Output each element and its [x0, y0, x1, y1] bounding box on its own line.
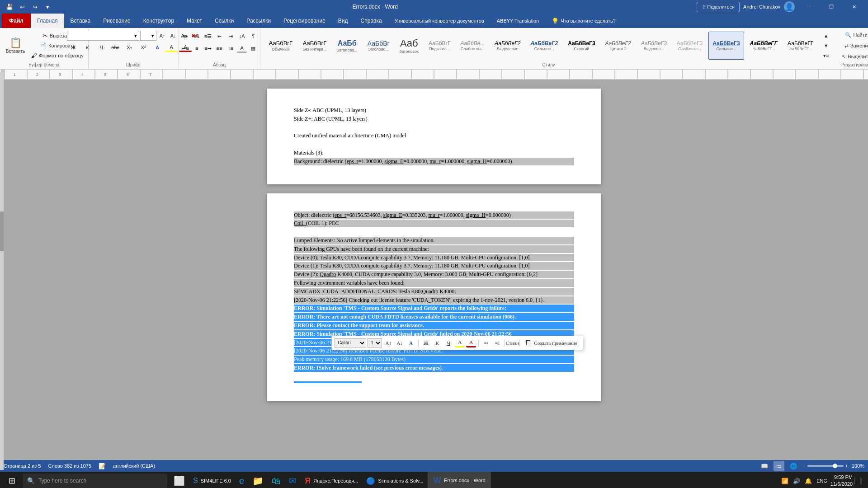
text-effects-button[interactable]: A	[151, 43, 164, 52]
ctx-create-note-button[interactable]: 🗒 Создать примечание	[522, 338, 580, 348]
tab-converter[interactable]: Универсальный конвертер документов	[388, 14, 491, 28]
word-button[interactable]: W Errors.docx - Word	[428, 472, 491, 488]
ctx-font-size[interactable]: 11	[368, 338, 382, 347]
bullet-list-button[interactable]: ≡•	[180, 32, 190, 41]
borders-button[interactable]: ▦	[248, 44, 258, 53]
highlight-color-button[interactable]: A	[165, 43, 178, 52]
bold-button[interactable]: Ж	[67, 43, 80, 52]
style-no-spacing[interactable]: АаБбВгГ Без интерв...	[298, 32, 331, 60]
scroll-bar-left[interactable]	[0, 80, 4, 460]
restore-button[interactable]: ❐	[821, 0, 842, 14]
taskview-button[interactable]: ⬜	[170, 472, 189, 488]
tab-help[interactable]: Справка	[354, 14, 388, 28]
store-button[interactable]: 🛍	[268, 472, 284, 488]
font-size-selector[interactable]: ▾	[140, 31, 156, 41]
style-intense-emph[interactable]: АаБбВеГ2 Сильное...	[526, 32, 562, 60]
paste-button[interactable]: 📋 Вставить	[3, 31, 28, 61]
tab-references[interactable]: Ссылки	[208, 14, 240, 28]
ctx-highlight-button[interactable]: A	[455, 338, 465, 347]
notification-icon[interactable]: 🔔	[803, 478, 813, 484]
align-right-button[interactable]: ≡➡	[203, 44, 213, 53]
style-intense-quote[interactable]: АаБбВеГ3 Выделен...	[637, 32, 671, 60]
ctx-bold-button[interactable]: Ж	[421, 338, 431, 347]
ctx-font-grow-button[interactable]: A↑	[383, 338, 393, 347]
tab-home[interactable]: Главная	[31, 14, 64, 28]
chrome-sims-button[interactable]: 🔵 Simulations & Solv...	[363, 472, 427, 488]
taskbar-search-box[interactable]: 🔍 Type here to search	[23, 474, 167, 488]
tab-layout[interactable]: Макет	[180, 14, 208, 28]
style-book-title[interactable]: АаБбВеГГ АаБбВеГГ...	[746, 32, 782, 60]
share-button[interactable]: ⇧ Поделиться	[697, 2, 740, 12]
language-switcher[interactable]: ENG	[815, 478, 829, 483]
volume-icon[interactable]: 🔊	[792, 478, 802, 484]
print-view-button[interactable]: ▭	[774, 461, 784, 471]
select-button[interactable]: ↖ Выделить ▾	[840, 52, 868, 61]
increase-indent-button[interactable]: ⇥	[226, 32, 236, 41]
read-view-button[interactable]: 📖	[759, 461, 770, 471]
redo-quick-btn[interactable]: ↪	[29, 1, 41, 13]
tab-search-help[interactable]: 💡 Что вы хотите сделать?	[545, 14, 622, 28]
tab-view[interactable]: Вид	[332, 14, 354, 28]
ctx-bullet-list-button[interactable]: ≡•	[481, 338, 491, 347]
shading-button[interactable]: A	[237, 44, 247, 53]
zoom-slider[interactable]	[807, 465, 844, 467]
show-desktop-button[interactable]: ▕	[854, 478, 863, 484]
sort-button[interactable]: ↕A	[237, 32, 247, 41]
tab-abbyy[interactable]: ABBYY Translation	[491, 14, 545, 28]
tab-draw[interactable]: Рисование	[97, 14, 137, 28]
superscript-button[interactable]: X²	[137, 43, 150, 52]
tab-insert[interactable]: Вставка	[64, 14, 97, 28]
style-more[interactable]: АаБбВеГГ АаБбВеГГ...	[783, 32, 817, 60]
justify-button[interactable]: ≡≡	[214, 44, 224, 53]
ctx-font-shrink-button[interactable]: A↓	[395, 338, 405, 347]
ctx-underline-button[interactable]: Ч	[443, 338, 453, 347]
network-icon[interactable]: 📶	[780, 478, 790, 484]
style-title[interactable]: Ааб Заголовок	[396, 32, 423, 60]
ctx-italic-button[interactable]: К	[432, 338, 442, 347]
styles-scroll-down[interactable]: ▼	[821, 41, 831, 50]
multilevel-list-button[interactable]: ≡☰	[203, 32, 213, 41]
align-center-button[interactable]: ≡	[192, 44, 202, 53]
ctx-numbered-list-button[interactable]: ≡1	[492, 338, 502, 347]
taskbar-clock[interactable]: 9:59 PM 11/6/2020	[830, 474, 853, 488]
mail-button[interactable]: ✉	[285, 472, 300, 488]
italic-button[interactable]: К	[81, 43, 94, 52]
show-marks-button[interactable]: ¶	[248, 32, 258, 41]
style-quote[interactable]: АаБбВеГ2 Цитата 2	[601, 32, 635, 60]
web-view-button[interactable]: 🌐	[788, 461, 799, 471]
font-name-selector[interactable]: ▾	[67, 31, 139, 41]
style-h2[interactable]: АаБбВг Заголово...	[363, 32, 394, 60]
sim4life-button[interactable]: S SIM4LIFE 6.0	[189, 472, 235, 488]
tab-mailings[interactable]: Рассылки	[240, 14, 277, 28]
style-subtle-ref[interactable]: АаБбВеГ3 Слабая сс...	[673, 32, 707, 60]
style-intense-ref[interactable]: АаБбВеГ3 Сильная...	[708, 32, 744, 60]
tab-file[interactable]: Файл	[2, 14, 31, 28]
ctx-text-effects-button[interactable]: A	[406, 338, 416, 347]
style-subtle[interactable]: АаБбВе... Слабое вы...	[456, 32, 489, 60]
zoom-plus-button[interactable]: +	[845, 463, 848, 469]
customize-quick-btn[interactable]: ▾	[42, 1, 53, 13]
close-button[interactable]: ✕	[844, 0, 864, 14]
tab-review[interactable]: Рецензирование	[277, 14, 332, 28]
font-grow-button[interactable]: A↑	[157, 31, 167, 40]
style-strong[interactable]: АаБбВеГ3 Строгий	[564, 32, 599, 60]
ctx-font-color-button[interactable]: A	[466, 338, 476, 347]
numbered-list-button[interactable]: ≡1	[192, 32, 202, 41]
folder-button[interactable]: 📁	[249, 472, 267, 488]
scroll-thumb-left[interactable]	[0, 211, 4, 251]
strikethrough-button[interactable]: abc	[109, 43, 122, 52]
ctx-font-family[interactable]: Calibri	[335, 338, 366, 347]
line-spacing-button[interactable]: ↕≡	[226, 44, 236, 53]
styles-more[interactable]: ▾≡	[821, 51, 831, 60]
ctx-styles-button[interactable]: Стили	[507, 338, 517, 347]
undo-quick-btn[interactable]: ↩	[16, 1, 28, 13]
find-button[interactable]: 🔍 Найти ▾	[840, 30, 868, 39]
start-button[interactable]: ⊞	[2, 472, 22, 488]
decrease-indent-button[interactable]: ⇤	[214, 32, 224, 41]
styles-scroll-up[interactable]: ▲	[821, 31, 831, 40]
replace-button[interactable]: ⇄ Заменить	[840, 41, 868, 50]
zoom-minus-button[interactable]: −	[802, 463, 805, 469]
style-subtitle[interactable]: АаБбВгГ Подзагол...	[425, 32, 454, 60]
save-quick-btn[interactable]: 💾	[4, 1, 15, 13]
ie-button[interactable]: e	[236, 472, 248, 488]
